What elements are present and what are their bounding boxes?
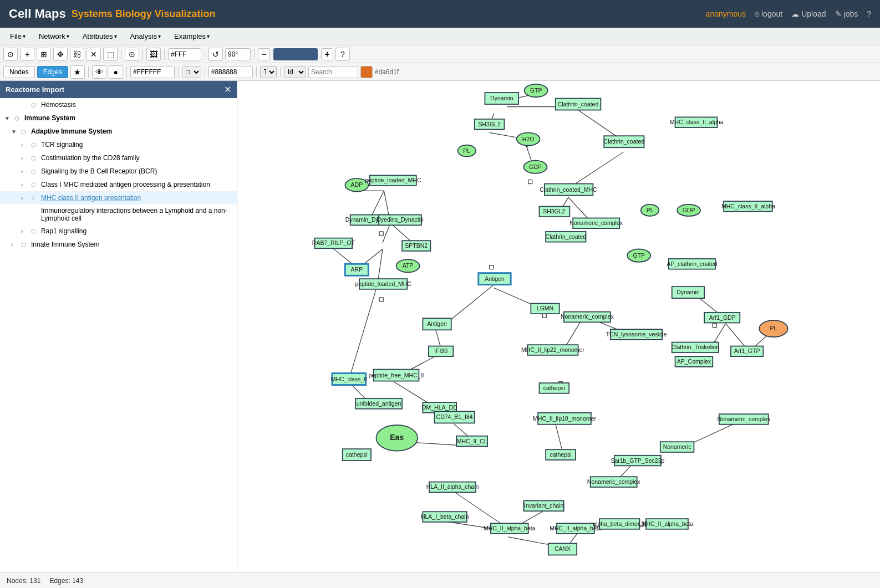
svg-text:RAB7_RILP_OT: RAB7_RILP_OT bbox=[312, 239, 355, 246]
logout-link[interactable]: ⎋ logout bbox=[755, 9, 782, 18]
svg-text:unfolded_antigen: unfolded_antigen bbox=[357, 400, 401, 407]
fill-color-input[interactable]: #FFFFFF bbox=[130, 66, 175, 78]
sep10 bbox=[256, 67, 257, 78]
help-btn2[interactable]: ? bbox=[335, 48, 350, 61]
sidebar-item-bcr[interactable]: › ⬡ Signaling by the B Cell Receptor (BC… bbox=[0, 165, 237, 178]
svg-text:PL: PL bbox=[647, 207, 654, 213]
sidebar-item-cd28[interactable]: › ⬡ Costimulation by the CD28 family bbox=[0, 151, 237, 165]
svg-text:CD74_B1_I84: CD74_B1_I84 bbox=[436, 413, 473, 420]
sidebar-item-immuno[interactable]: Immunoregulatory interactions between a … bbox=[0, 204, 237, 224]
star-btn[interactable]: ★ bbox=[70, 65, 85, 79]
move-btn[interactable]: ✥ bbox=[53, 48, 68, 61]
icon-rap1: ⬡ bbox=[31, 228, 39, 234]
menu-examples[interactable]: Examples ▾ bbox=[169, 30, 215, 43]
delete-btn[interactable]: ✕ bbox=[87, 48, 101, 61]
add-btn[interactable]: + bbox=[20, 48, 34, 61]
icon-innate: ⬡ bbox=[21, 242, 29, 248]
arrow-immune: ▼ bbox=[4, 115, 12, 121]
visibility-btn[interactable]: 👁 bbox=[92, 65, 106, 79]
svg-text:peptide_free_MHC_II: peptide_free_MHC_II bbox=[369, 372, 424, 379]
search-input[interactable] bbox=[308, 66, 358, 78]
toolbar-row1: ⊙ + ⊞ ✥ ⛓ ✕ ⬚ ⊙ 🖼 #FFF ↺ 90° − + ? bbox=[0, 45, 880, 63]
app-branding: Cell Maps Systems Biology Visualization bbox=[9, 7, 215, 21]
main-content: Reactome Import ✕ ⬡ Hemostasis ▼ ⬡ Immun… bbox=[0, 81, 880, 572]
sidebar-item-mhc2[interactable]: › ○ MHC class II antigen presentation bbox=[0, 191, 237, 204]
layout-btn[interactable]: ⊞ bbox=[37, 48, 51, 61]
svg-text:Dynamin: Dynamin bbox=[490, 95, 513, 101]
pointer-tool-btn[interactable]: ⊙ bbox=[3, 48, 18, 61]
svg-text:TCN_lysosome_vesicle: TCN_lysosome_vesicle bbox=[606, 331, 667, 338]
angle-input[interactable]: 90° bbox=[225, 48, 251, 60]
svg-text:Dyedins_Dynactin: Dyedins_Dynactin bbox=[377, 216, 424, 223]
svg-text:Arf1_GTP: Arf1_GTP bbox=[734, 347, 760, 354]
sep7 bbox=[126, 67, 127, 78]
zoom-out-btn[interactable]: − bbox=[258, 48, 270, 60]
sep5 bbox=[254, 49, 255, 60]
sep2 bbox=[143, 49, 143, 60]
sidebar-close-btn[interactable]: ✕ bbox=[224, 84, 231, 95]
svg-text:MHC_II_alpha_beta: MHC_II_alpha_beta bbox=[484, 525, 536, 531]
svg-text:Dynamin: Dynamin bbox=[676, 289, 700, 295]
sidebar-item-immune[interactable]: ▼ ⬡ Immune System bbox=[0, 111, 237, 125]
rotate-ccw-btn[interactable]: ↺ bbox=[208, 48, 223, 61]
label-hemostasis: Hemostasis bbox=[41, 101, 76, 109]
svg-line-22 bbox=[348, 285, 378, 382]
menu-network[interactable]: Network ▾ bbox=[33, 30, 75, 43]
zoom-slider[interactable] bbox=[273, 48, 318, 60]
help-icon[interactable]: ? bbox=[867, 9, 871, 18]
svg-text:LGMN: LGMN bbox=[537, 305, 553, 311]
arrow-cd28: › bbox=[21, 155, 29, 161]
select-btn[interactable]: ⬚ bbox=[103, 48, 118, 61]
sidebar-item-rap1[interactable]: › ⬡ Rap1 signalling bbox=[0, 224, 237, 238]
svg-text:cathepsi: cathepsi bbox=[543, 385, 565, 391]
menu-analysis[interactable]: Analysis ▾ bbox=[125, 30, 166, 43]
sidebar-item-mhc1[interactable]: › ⬡ Class I MHC mediated antigen process… bbox=[0, 178, 237, 191]
size-select[interactable]: T↕ bbox=[260, 66, 277, 78]
menu-attributes[interactable]: Attributes ▾ bbox=[77, 30, 123, 43]
arrow-rap1: › bbox=[21, 228, 29, 234]
zoom-in-btn[interactable]: + bbox=[321, 48, 333, 60]
sidebar-title: Reactome Import bbox=[6, 85, 64, 94]
svg-text:GTP: GTP bbox=[633, 252, 645, 259]
border-style-select[interactable]: □ ─ bbox=[182, 66, 201, 78]
icon-hemostasis: ⬡ bbox=[31, 102, 39, 108]
svg-text:GTP: GTP bbox=[530, 87, 542, 94]
svg-line-15 bbox=[383, 223, 390, 243]
menu-network-arrow: ▾ bbox=[67, 33, 69, 39]
fit-btn[interactable]: ⊙ bbox=[125, 48, 139, 61]
highlight-color-swatch[interactable] bbox=[360, 66, 373, 78]
link-btn[interactable]: ⛓ bbox=[70, 48, 84, 61]
svg-text:ATP: ATP bbox=[403, 262, 414, 269]
svg-text:Antigen: Antigen bbox=[427, 320, 447, 327]
id-select[interactable]: Id bbox=[284, 66, 306, 78]
svg-text:AP_Complex: AP_Complex bbox=[677, 358, 711, 365]
svg-text:MHC_class_II_alpha: MHC_class_II_alpha bbox=[721, 203, 775, 209]
sidebar-item-adaptive[interactable]: ▼ ⬡ Adaptive Immune System bbox=[0, 125, 237, 138]
svg-text:GDP: GDP bbox=[529, 163, 542, 170]
nodes-group: Dynamin GTP Clathrin_coated SH3GL2 H2O G… bbox=[312, 84, 788, 555]
menu-file-arrow: ▾ bbox=[23, 33, 26, 39]
nodes-tab-btn[interactable]: Nodes bbox=[3, 66, 35, 78]
label-bcr: Signaling by the B Cell Receptor (BCR) bbox=[41, 167, 157, 175]
sep8 bbox=[178, 67, 179, 78]
svg-rect-50 bbox=[713, 324, 716, 328]
img-btn[interactable]: 🖼 bbox=[146, 48, 161, 61]
label-immuno: Immunoregulatory interactions between a … bbox=[41, 207, 232, 222]
stroke-color-input[interactable]: #888888 bbox=[208, 66, 253, 78]
icon-mhc1: ⬡ bbox=[31, 182, 39, 188]
edges-count: Edges: 143 bbox=[49, 577, 83, 585]
sidebar-item-innate[interactable]: › ⬡ Innate Immune System bbox=[0, 238, 237, 251]
status-bar: Nodes: 131 Edges: 143 bbox=[0, 572, 880, 588]
upload-link[interactable]: ☁ Upload bbox=[791, 9, 826, 18]
dot-btn[interactable]: ● bbox=[109, 65, 123, 79]
network-canvas[interactable]: Dynamin GTP Clathrin_coated SH3GL2 H2O G… bbox=[237, 81, 880, 572]
svg-text:Nonameric: Nonameric bbox=[663, 443, 691, 450]
bg-color-input[interactable]: #FFF bbox=[168, 48, 201, 60]
sidebar-item-tcr[interactable]: › ⬡ TCR signaling bbox=[0, 138, 237, 151]
username: anonymous bbox=[706, 9, 746, 18]
arrow-adaptive: ▼ bbox=[11, 129, 19, 135]
jobs-link[interactable]: ✎ jobs bbox=[835, 9, 858, 18]
menu-file[interactable]: File ▾ bbox=[4, 30, 31, 43]
sidebar-item-hemostasis[interactable]: ⬡ Hemostasis bbox=[0, 98, 237, 111]
edges-tab-btn[interactable]: Edges bbox=[37, 66, 68, 78]
